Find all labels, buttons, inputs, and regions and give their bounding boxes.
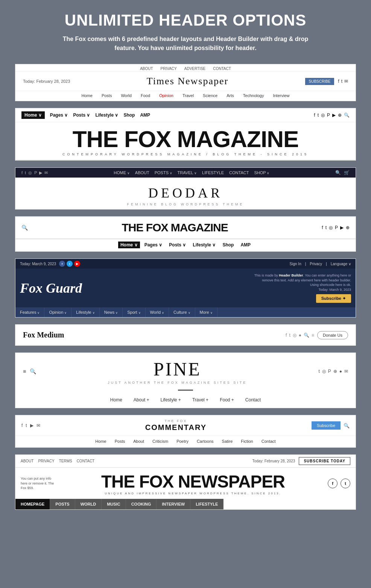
h2-nav-lifestyle[interactable]: Lifestyle ∨ bbox=[95, 112, 118, 118]
h4-instagram-icon[interactable]: ◎ bbox=[329, 225, 333, 230]
h5-language[interactable]: Language ∨ bbox=[331, 262, 351, 266]
h7-email-icon[interactable]: ✉ bbox=[344, 369, 348, 374]
h1-nav-food[interactable]: Food bbox=[141, 93, 150, 98]
h3-facebook-icon[interactable]: f bbox=[21, 170, 23, 175]
h8-subscribe-button[interactable]: Subscribe bbox=[312, 421, 341, 430]
h3-nav-posts[interactable]: POSTS bbox=[155, 170, 172, 175]
h2-nav-pages[interactable]: Pages ∨ bbox=[50, 112, 68, 118]
h4-nav-shop[interactable]: Shop bbox=[220, 242, 236, 248]
h8-nav-cartoons[interactable]: Cartoons bbox=[197, 439, 214, 444]
h4-pinterest-icon[interactable]: P bbox=[335, 225, 338, 230]
h1-twitter-icon[interactable]: t bbox=[341, 79, 342, 84]
h3-nav-shop[interactable]: SHOP bbox=[254, 170, 269, 175]
h8-nav-criticism[interactable]: Criticism bbox=[152, 439, 168, 444]
h8-nav-fiction[interactable]: Fiction bbox=[241, 439, 253, 444]
h7-whatsapp-icon[interactable]: ⊕ bbox=[333, 369, 337, 374]
h3-nav-about[interactable]: ABOUT bbox=[135, 170, 149, 175]
h7-menu-icon[interactable]: ≡ bbox=[23, 368, 26, 374]
h3-cart-icon[interactable]: 🛒 bbox=[344, 170, 350, 175]
h3-twitter-icon[interactable]: t bbox=[25, 170, 26, 175]
h3-pinterest-icon[interactable]: P bbox=[34, 170, 37, 175]
h6-twitter-icon[interactable]: t bbox=[289, 333, 290, 338]
h4-facebook-icon[interactable]: f bbox=[322, 225, 323, 230]
h7-twitter-icon[interactable]: t bbox=[318, 369, 319, 374]
h6-search-icon[interactable]: 🔍 bbox=[304, 333, 309, 338]
h9-nav-music[interactable]: MUSIC bbox=[102, 499, 126, 509]
h2-facebook-icon[interactable]: f bbox=[314, 112, 315, 118]
h9-link-contact[interactable]: CONTACT bbox=[77, 459, 95, 463]
h1-nav-technology[interactable]: Technology bbox=[243, 93, 264, 98]
h1-nav-interview[interactable]: Interview bbox=[273, 93, 289, 98]
h1-subscribe-button[interactable]: SUBSCRIBE bbox=[305, 78, 335, 85]
h5-nav-lifestyle[interactable]: Lifestyle bbox=[71, 307, 99, 317]
h1-facebook-icon[interactable]: f bbox=[338, 79, 339, 84]
h5-twitter-icon[interactable]: t bbox=[67, 261, 73, 267]
h3-search-icon[interactable]: 🔍 bbox=[335, 170, 341, 175]
h5-nav-opinion[interactable]: Opinion bbox=[44, 307, 71, 317]
h9-link-terms[interactable]: TERMS bbox=[59, 459, 72, 463]
h2-search-icon[interactable]: 🔍 bbox=[344, 112, 350, 118]
h9-facebook-icon[interactable]: f bbox=[328, 479, 338, 488]
h9-subscribe-button[interactable]: SUBSCRIBE TODAY bbox=[299, 457, 350, 465]
h2-whatsapp-icon[interactable]: ⊕ bbox=[338, 112, 342, 118]
h2-pinterest-icon[interactable]: P bbox=[327, 112, 330, 118]
h9-link-about[interactable]: ABOUT bbox=[21, 459, 33, 463]
h2-youtube-icon[interactable]: ▶ bbox=[332, 112, 336, 118]
h7-nav-about[interactable]: About + bbox=[134, 397, 149, 403]
h7-nav-home[interactable]: Home bbox=[110, 397, 122, 403]
h8-nav-satire[interactable]: Satire bbox=[222, 439, 233, 444]
h1-nav-posts[interactable]: Posts bbox=[102, 93, 112, 98]
h5-nav-news[interactable]: News bbox=[100, 307, 123, 317]
h8-search-icon[interactable]: 🔍 bbox=[344, 423, 350, 428]
h4-youtube-icon[interactable]: ▶ bbox=[340, 225, 344, 230]
h4-nav-lifestyle[interactable]: Lifestyle ∨ bbox=[190, 242, 218, 248]
h8-nav-contact[interactable]: Contact bbox=[262, 439, 276, 444]
h9-nav-posts[interactable]: POSTS bbox=[50, 499, 75, 509]
h4-nav-posts[interactable]: Posts ∨ bbox=[167, 242, 188, 248]
h6-spotify-icon[interactable]: ● bbox=[299, 333, 301, 338]
h5-youtube-icon[interactable]: ▶ bbox=[74, 261, 80, 267]
h6-instagram-icon[interactable]: ◎ bbox=[293, 333, 296, 338]
h7-nav-travel[interactable]: Travel + bbox=[192, 397, 208, 403]
h7-pinterest-icon[interactable]: P bbox=[328, 369, 331, 374]
h3-nav-travel[interactable]: TRAVEL bbox=[178, 170, 197, 175]
h1-email-icon[interactable]: ✉ bbox=[344, 79, 348, 84]
h1-nav-arts[interactable]: Arts bbox=[227, 93, 234, 98]
h7-instagram-icon[interactable]: ◎ bbox=[322, 369, 326, 374]
h2-nav-posts[interactable]: Posts ∨ bbox=[73, 112, 90, 118]
h7-nav-food[interactable]: Food + bbox=[220, 397, 234, 403]
h7-nav-contact[interactable]: Contact bbox=[245, 397, 261, 403]
h4-whatsapp-icon[interactable]: ⊕ bbox=[346, 225, 350, 230]
h8-nav-home[interactable]: Home bbox=[95, 439, 106, 444]
h7-search-icon[interactable]: 🔍 bbox=[30, 368, 36, 374]
h9-nav-world[interactable]: WORLD bbox=[75, 499, 102, 509]
h7-spotify-icon[interactable]: ● bbox=[339, 369, 342, 374]
h6-donate-button[interactable]: Donate Us bbox=[317, 331, 348, 339]
h2-nav-home[interactable]: Home ∨ bbox=[21, 111, 45, 119]
h1-link-contact[interactable]: CONTACT bbox=[213, 67, 231, 71]
h6-facebook-icon[interactable]: f bbox=[286, 333, 287, 338]
h3-youtube-icon[interactable]: ▶ bbox=[39, 170, 42, 175]
h8-facebook-icon[interactable]: f bbox=[21, 423, 23, 428]
h1-link-about[interactable]: ABOUT bbox=[140, 67, 153, 71]
h5-nav-sport[interactable]: Sport bbox=[123, 307, 145, 317]
h2-nav-shop[interactable]: Shop bbox=[123, 112, 135, 118]
h9-nav-lifestyle[interactable]: LIFESTYLE bbox=[190, 499, 224, 509]
h4-twitter-icon[interactable]: t bbox=[325, 225, 327, 230]
h2-nav-amp[interactable]: AMP bbox=[140, 112, 150, 118]
h1-nav-opinion[interactable]: Opinion bbox=[159, 93, 173, 98]
h9-nav-cooking[interactable]: COOKING bbox=[126, 499, 157, 509]
h8-email-icon[interactable]: ✉ bbox=[36, 423, 40, 428]
h1-nav-science[interactable]: Science bbox=[203, 93, 217, 98]
h9-link-privacy[interactable]: PRIVACY bbox=[38, 459, 54, 463]
h7-nav-lifestyle[interactable]: Lifestyle + bbox=[161, 397, 181, 403]
h3-instagram-icon[interactable]: ◎ bbox=[28, 170, 32, 175]
h9-twitter-icon[interactable]: t bbox=[341, 479, 350, 488]
h8-nav-about[interactable]: About bbox=[133, 439, 144, 444]
h2-instagram-icon[interactable]: ◎ bbox=[321, 112, 325, 118]
h1-nav-travel[interactable]: Travel bbox=[182, 93, 194, 98]
h4-search-icon[interactable]: 🔍 bbox=[21, 225, 28, 231]
h3-nav-contact[interactable]: CONTACT bbox=[229, 170, 249, 175]
h2-twitter-icon[interactable]: t bbox=[318, 112, 319, 118]
h8-nav-poetry[interactable]: Poetry bbox=[176, 439, 189, 444]
